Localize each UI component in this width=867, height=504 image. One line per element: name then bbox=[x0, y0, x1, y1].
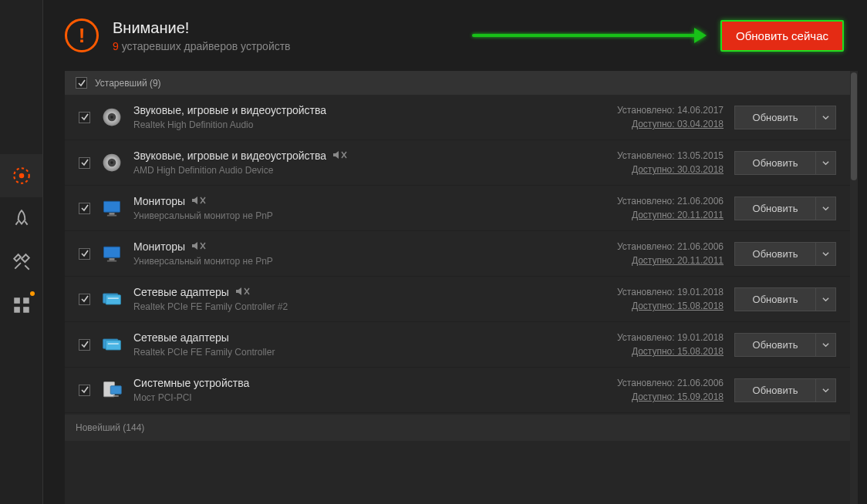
select-all-checkbox[interactable] bbox=[76, 77, 87, 89]
driver-info: Звуковые, игровые и видеоустройстваAMD H… bbox=[133, 150, 566, 176]
muted-icon bbox=[191, 241, 207, 253]
installed-date: Установлено: 21.06.2006 bbox=[577, 196, 724, 207]
driver-dates: Установлено: 21.06.2006Доступно: 20.11.2… bbox=[577, 241, 724, 266]
update-dropdown[interactable] bbox=[816, 242, 836, 266]
device-icon bbox=[101, 197, 123, 219]
driver-info: Звуковые, игровые и видеоустройстваRealt… bbox=[133, 104, 566, 130]
update-button[interactable]: Обновить bbox=[734, 378, 816, 402]
available-date[interactable]: Доступно: 15.08.2018 bbox=[577, 301, 724, 311]
muted-icon bbox=[235, 287, 251, 298]
driver-info: МониторыУниверсальный монитор не PnP bbox=[133, 240, 566, 267]
nav-boost[interactable] bbox=[0, 197, 42, 240]
available-date[interactable]: Доступно: 20.11.2011 bbox=[577, 255, 724, 266]
installed-date: Установлено: 19.01.2018 bbox=[577, 332, 724, 343]
update-button[interactable]: Обновить bbox=[734, 197, 816, 220]
driver-list-container: Устаревший (9) Звуковые, игровые и видео… bbox=[43, 71, 867, 504]
driver-dates: Установлено: 21.06.2006Доступно: 20.11.2… bbox=[577, 196, 724, 220]
available-date[interactable]: Доступно: 20.11.2011 bbox=[577, 210, 724, 220]
svg-point-11 bbox=[110, 161, 113, 164]
update-button[interactable]: Обновить bbox=[734, 287, 816, 311]
driver-info: МониторыУниверсальный монитор не PnP bbox=[133, 195, 566, 221]
sidebar-nav bbox=[0, 0, 43, 504]
driver-checkbox[interactable] bbox=[79, 157, 90, 169]
arrow-icon bbox=[472, 34, 696, 37]
grid-icon bbox=[12, 295, 32, 315]
driver-row: МониторыУниверсальный монитор не PnPУста… bbox=[65, 231, 850, 277]
driver-checkbox[interactable] bbox=[79, 385, 90, 396]
device-icon bbox=[101, 379, 123, 401]
tools-icon bbox=[12, 252, 32, 272]
available-date[interactable]: Доступно: 30.03.2018 bbox=[577, 164, 724, 175]
driver-dates: Установлено: 21.06.2006Доступно: 15.09.2… bbox=[577, 378, 724, 402]
newest-section-header[interactable]: Новейший (144) bbox=[65, 415, 850, 441]
driver-category: Мониторы bbox=[133, 195, 185, 207]
update-button[interactable]: Обновить bbox=[734, 333, 816, 357]
alert-icon: ! bbox=[65, 18, 99, 52]
driver-row: Звуковые, игровые и видеоустройстваRealt… bbox=[65, 95, 850, 140]
driver-dates: Установлено: 19.01.2018Доступно: 15.08.2… bbox=[577, 332, 724, 357]
svg-rect-22 bbox=[106, 341, 120, 350]
available-date[interactable]: Доступно: 03.04.2018 bbox=[577, 119, 724, 129]
check-icon bbox=[78, 79, 86, 87]
device-icon bbox=[101, 243, 123, 264]
scrollbar[interactable] bbox=[850, 71, 858, 504]
outdated-section-header[interactable]: Устаревший (9) bbox=[65, 71, 850, 95]
driver-checkbox[interactable] bbox=[79, 112, 90, 123]
svg-rect-23 bbox=[108, 343, 119, 344]
driver-checkbox[interactable] bbox=[79, 248, 90, 260]
update-dropdown[interactable] bbox=[816, 151, 836, 175]
svg-rect-4 bbox=[14, 307, 20, 313]
svg-point-8 bbox=[110, 116, 113, 119]
update-dropdown[interactable] bbox=[816, 287, 836, 311]
driver-name: Универсальный монитор не PnP bbox=[133, 256, 566, 267]
device-icon bbox=[101, 334, 123, 355]
muted-icon bbox=[332, 150, 348, 162]
muted-icon bbox=[191, 196, 207, 207]
update-dropdown[interactable] bbox=[816, 333, 836, 357]
nav-badge-icon bbox=[30, 291, 35, 296]
update-button[interactable]: Обновить bbox=[734, 242, 816, 266]
update-dropdown[interactable] bbox=[816, 378, 836, 402]
driver-info: Сетевые адаптерыRealtek PCIe FE Family C… bbox=[133, 286, 566, 312]
installed-date: Установлено: 21.06.2006 bbox=[577, 378, 724, 388]
header-subtitle: 9 устаревших драйверов устройств bbox=[113, 40, 291, 52]
driver-name: Realtek PCIe FE Family Controller #2 bbox=[133, 301, 566, 312]
device-icon bbox=[101, 106, 123, 128]
update-button[interactable]: Обновить bbox=[734, 151, 816, 175]
driver-name: Универсальный монитор не PnP bbox=[133, 210, 566, 221]
nav-scan[interactable] bbox=[0, 154, 42, 197]
available-date[interactable]: Доступно: 15.08.2018 bbox=[577, 346, 724, 357]
rocket-icon bbox=[12, 209, 32, 229]
nav-apps[interactable] bbox=[0, 284, 42, 327]
update-all-button[interactable]: Обновить сейчас bbox=[720, 20, 844, 52]
update-dropdown[interactable] bbox=[816, 106, 836, 129]
driver-info: Сетевые адаптерыRealtek PCIe FE Family C… bbox=[133, 331, 566, 358]
update-button[interactable]: Обновить bbox=[734, 106, 816, 129]
svg-rect-26 bbox=[113, 395, 119, 397]
available-date[interactable]: Доступно: 15.09.2018 bbox=[577, 391, 724, 402]
installed-date: Установлено: 21.06.2006 bbox=[577, 241, 724, 252]
svg-rect-17 bbox=[107, 260, 116, 262]
svg-rect-20 bbox=[108, 297, 119, 299]
driver-checkbox[interactable] bbox=[79, 203, 90, 214]
header-text: Внимание! 9 устаревших драйверов устройс… bbox=[113, 19, 291, 52]
driver-category: Сетевые адаптеры bbox=[133, 286, 229, 298]
scrollbar-thumb[interactable] bbox=[851, 72, 857, 180]
driver-row: МониторыУниверсальный монитор не PnPУста… bbox=[65, 186, 850, 231]
update-dropdown[interactable] bbox=[816, 197, 836, 220]
driver-checkbox[interactable] bbox=[79, 294, 90, 305]
driver-dates: Установлено: 13.05.2015Доступно: 30.03.2… bbox=[577, 150, 724, 175]
outdated-section-label: Устаревший (9) bbox=[95, 78, 161, 89]
driver-name: Мост PCI-PCI bbox=[133, 392, 566, 403]
nav-tools[interactable] bbox=[0, 240, 42, 284]
main-panel: ! Внимание! 9 устаревших драйверов устро… bbox=[43, 0, 867, 504]
svg-rect-14 bbox=[107, 215, 116, 217]
installed-date: Установлено: 14.06.2017 bbox=[577, 105, 724, 116]
driver-name: Realtek PCIe FE Family Controller bbox=[133, 347, 566, 358]
svg-rect-12 bbox=[104, 201, 120, 212]
driver-category: Звуковые, игровые и видеоустройства bbox=[133, 104, 326, 116]
driver-category: Сетевые адаптеры bbox=[133, 331, 229, 344]
driver-name: AMD High Definition Audio Device bbox=[133, 165, 566, 176]
driver-checkbox[interactable] bbox=[79, 339, 90, 351]
svg-rect-3 bbox=[23, 297, 29, 304]
